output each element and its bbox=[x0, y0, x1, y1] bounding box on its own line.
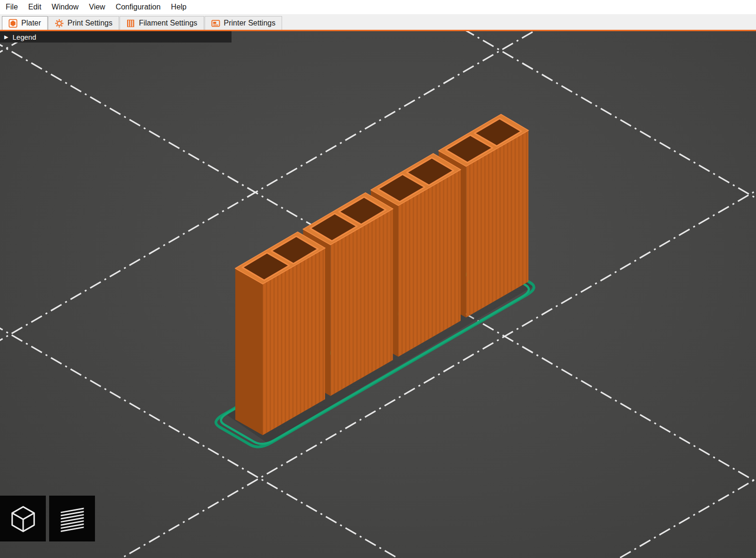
expand-triangle-icon: ▶ bbox=[4, 34, 8, 40]
tab-plater-label: Plater bbox=[21, 19, 41, 27]
gcode-model bbox=[235, 114, 528, 435]
menu-bar: File Edit Window View Configuration Help bbox=[0, 0, 756, 14]
cube-3d-icon bbox=[9, 504, 38, 533]
tab-filament-settings-label: Filament Settings bbox=[139, 19, 198, 27]
plater-icon bbox=[9, 19, 17, 28]
tab-printer-settings-label: Printer Settings bbox=[224, 19, 275, 27]
gcode-preview-scene bbox=[0, 31, 756, 558]
plater-3d-viewport[interactable]: ▶ Legend bbox=[0, 31, 756, 558]
menu-help[interactable]: Help bbox=[166, 1, 192, 13]
tab-print-settings-label: Print Settings bbox=[68, 19, 112, 27]
menu-window[interactable]: Window bbox=[46, 1, 84, 13]
filament-spool-icon bbox=[126, 19, 135, 28]
tab-filament-settings[interactable]: Filament Settings bbox=[120, 16, 204, 30]
tab-printer-settings[interactable]: Printer Settings bbox=[205, 16, 282, 30]
printer-icon bbox=[211, 19, 220, 28]
layers-stack-icon bbox=[58, 504, 87, 533]
view-mode-toolbar bbox=[0, 496, 95, 541]
view-3d-button[interactable] bbox=[0, 496, 46, 541]
menu-configuration[interactable]: Configuration bbox=[111, 1, 166, 13]
tab-plater[interactable]: Plater bbox=[2, 16, 48, 30]
legend-label: Legend bbox=[12, 33, 36, 41]
settings-tab-bar: Plater Print Settings Filament Settings bbox=[0, 14, 756, 31]
gear-icon bbox=[55, 19, 64, 28]
menu-view[interactable]: View bbox=[84, 1, 110, 13]
view-layers-button[interactable] bbox=[49, 496, 95, 541]
slicer-window: File Edit Window View Configuration Help… bbox=[0, 0, 756, 558]
legend-bar[interactable]: ▶ Legend bbox=[0, 31, 232, 43]
tab-print-settings[interactable]: Print Settings bbox=[48, 16, 119, 30]
menu-edit[interactable]: Edit bbox=[23, 1, 47, 13]
menu-file[interactable]: File bbox=[0, 1, 23, 13]
